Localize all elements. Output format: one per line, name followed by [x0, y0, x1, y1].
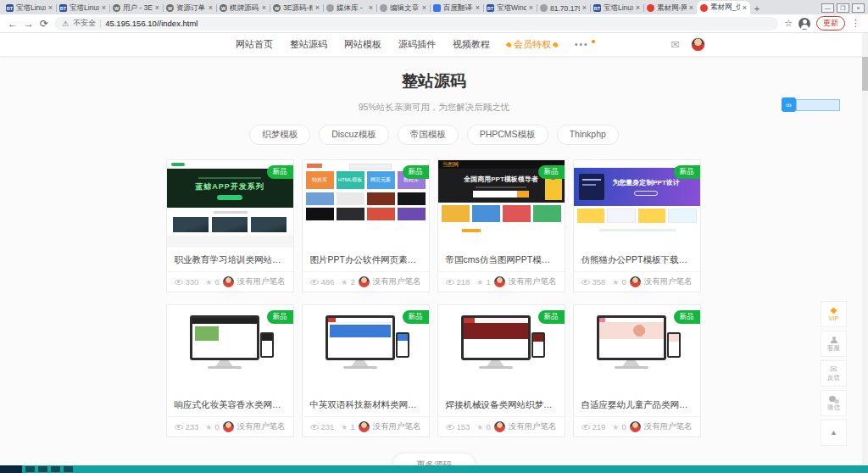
template-title[interactable]: 焊接机械设备类网站织梦模板(带手机	[438, 392, 565, 416]
card-footer: 153 ★ 0 没有用户笔名	[438, 416, 565, 437]
tab-media-library[interactable]: 媒体库 - ×	[323, 2, 376, 14]
tab-close-icon[interactable]: ×	[48, 4, 53, 12]
tab-baota-windows[interactable]: BT 宝塔Wind ×	[483, 2, 537, 14]
sidebar-vip-button[interactable]: ◆ VIP	[821, 301, 847, 327]
tab-close-icon[interactable]: ×	[209, 4, 213, 12]
sidebar-feedback-button[interactable]: ✉ 反馈	[821, 360, 847, 387]
template-title[interactable]: 职业教育学习培训类网站模板（带手	[167, 248, 293, 271]
tab-baota-linux-2[interactable]: BT 宝塔Linux ×	[56, 2, 109, 14]
tab-close-icon[interactable]: ×	[476, 4, 480, 12]
tab-close-icon[interactable]: ×	[636, 4, 640, 12]
tab-sucai-site[interactable]: 素材网-网 ×	[643, 2, 697, 14]
tab-close-icon[interactable]: ×	[102, 4, 106, 12]
tab-close-icon[interactable]: ×	[262, 4, 266, 12]
template-title[interactable]: 仿熊猫办公PPT模板下载站（带会员、	[574, 248, 700, 271]
browser-menu-icon[interactable]: ⋮	[851, 19, 860, 28]
scrollbar-thumb[interactable]	[862, 57, 868, 91]
baota-favicon: BT	[6, 4, 14, 12]
taskbar-app-icon[interactable]	[38, 466, 47, 472]
tab-close-icon[interactable]: ×	[582, 4, 587, 12]
template-card[interactable]: 新品 自适应婴幼儿童产品类网站织梦模板 219 ★ 0	[573, 304, 701, 437]
template-card[interactable]: 新品 特效库 HTML模板 网页元素 教程库 图片PPT办公软件网页素材下载站平…	[302, 159, 430, 292]
nav-home[interactable]: 网站首页	[236, 38, 273, 51]
restore-button[interactable]: ❐	[837, 3, 849, 13]
tab-3e-source[interactable]: W 3E源码-精 ×	[270, 2, 323, 14]
tab-edit-article[interactable]: 编辑文章 ×	[376, 2, 430, 14]
close-window-button[interactable]: ×	[852, 3, 865, 13]
card-author: 没有用户笔名	[630, 421, 693, 432]
template-card[interactable]: 新品 蓝鲸APP开发系列 职业教育学习培训类网站模板（带手 330	[166, 159, 294, 292]
template-card[interactable]: 新品 为您量身定制PPT设计 仿熊猫办公PPT模板下载站（带会员、	[573, 159, 701, 292]
tab-resource-orders[interactable]: W 资源订单 - ×	[163, 2, 216, 14]
template-card[interactable]: 新品 当图网 全国商用PPT模板领导者 帝国cms仿当图网PPT模板下载网站源码	[437, 159, 565, 292]
tab-close-icon[interactable]: ×	[743, 4, 747, 12]
new-tab-button[interactable]: +	[750, 3, 764, 14]
tab-qipai-source[interactable]: W 棋牌源码- ×	[216, 2, 270, 14]
template-card[interactable]: 新品 中英双语科技新材料类网站织梦模板 231 ★ 1	[302, 304, 430, 437]
tab-close-icon[interactable]: ×	[315, 4, 320, 12]
template-title[interactable]: 自适应婴幼儿童产品类网站织梦模板	[574, 392, 700, 416]
sidebar-customer-service-button[interactable]: 客服	[821, 331, 847, 357]
tab-close-icon[interactable]: ×	[422, 4, 426, 12]
start-button[interactable]	[0, 465, 22, 473]
author-name: 没有用户笔名	[644, 421, 693, 432]
template-card[interactable]: 新品 响应式化妆美容香水类网站织梦模板 233 ★ 0	[166, 304, 294, 437]
tab-close-icon[interactable]: ×	[689, 4, 693, 12]
bookmark-star-icon[interactable]: ☆	[784, 18, 793, 29]
sidebar-wechat-button[interactable]: 微信	[821, 390, 847, 416]
nav-full-site-source[interactable]: 整站源码	[290, 38, 327, 51]
tab-label: 宝塔Linux	[604, 3, 633, 14]
taskbar-app-icon[interactable]	[25, 466, 35, 472]
back-icon[interactable]: ←	[8, 19, 18, 29]
tab-close-icon[interactable]: ×	[529, 4, 533, 12]
tab-baidu-translate[interactable]: 百度翻译-2 ×	[430, 2, 483, 14]
new-badge: 新品	[403, 310, 429, 324]
forward-icon[interactable]: →	[24, 19, 34, 29]
filter-thinkphp[interactable]: Thinkphp	[557, 125, 619, 145]
tab-close-icon[interactable]: ×	[155, 4, 159, 12]
template-title[interactable]: 响应式化妆美容香水类网站织梦模板	[167, 392, 293, 416]
card-stats: 233 ★ 0	[175, 422, 220, 431]
load-more-container: 更多源码	[0, 453, 868, 465]
views-icon	[175, 425, 183, 430]
page-title: 整站源码	[0, 70, 868, 92]
nav-website-templates[interactable]: 网站模板	[344, 38, 381, 51]
globe-favicon	[380, 4, 387, 12]
tab-user-3e[interactable]: W 用户 - 3E ×	[109, 2, 163, 14]
chrome-update-button[interactable]: 更新	[816, 16, 845, 31]
filter-dedecms[interactable]: 织梦模板	[249, 125, 310, 145]
thumb-site-logo: 当图网	[442, 161, 459, 169]
card-footer: 231 ★ 1 没有用户笔名	[303, 416, 429, 437]
nav-video-tutorials[interactable]: 视频教程	[453, 38, 490, 51]
mail-icon[interactable]: ✉	[670, 38, 680, 51]
template-title[interactable]: 图片PPT办公软件网页素材下载站平台	[303, 248, 429, 271]
filter-discuz[interactable]: Discuz模板	[319, 125, 389, 145]
sidebar-back-to-top-button[interactable]: ▲	[821, 420, 847, 446]
sucai-favicon	[647, 4, 654, 12]
tab-close-icon[interactable]: ×	[369, 4, 373, 12]
minimize-button[interactable]: —	[821, 3, 834, 13]
nav-more-menu[interactable]: •••	[575, 40, 595, 49]
tab-baota-linux-3[interactable]: BT 宝塔Linux ×	[590, 2, 643, 14]
filter-phpcms[interactable]: PHPCMS模板	[467, 125, 548, 145]
taskbar-app-icon[interactable]	[64, 466, 73, 472]
user-avatar[interactable]	[691, 37, 705, 52]
tab-label: 用户 - 3E	[123, 3, 153, 14]
reload-icon[interactable]: ⟳	[40, 19, 48, 29]
nav-source-plugins[interactable]: 源码插件	[398, 38, 436, 51]
template-title[interactable]: 中英双语科技新材料类网站织梦模板	[303, 392, 429, 416]
taskbar-app-icon[interactable]	[51, 466, 60, 472]
more-source-button[interactable]: 更多源码	[392, 453, 476, 465]
nav-vip-privileges[interactable]: 会员特权	[507, 38, 558, 51]
browser-profile-icon[interactable]	[798, 18, 810, 30]
filter-empirecms[interactable]: 帝国模板	[398, 125, 459, 145]
template-title[interactable]: 帝国cms仿当图网PPT模板下载网站源码	[438, 248, 565, 271]
tab-baota-linux-1[interactable]: BT 宝塔Linux ×	[3, 2, 56, 14]
netdisk-extension-widget[interactable]: ∞	[782, 97, 840, 112]
tab-sucai-active[interactable]: 素材网_优 ×	[697, 1, 750, 14]
card-stats: 358 ★ 0	[581, 277, 626, 287]
star-count: 0	[486, 422, 490, 431]
template-card[interactable]: 新品 焊接机械设备类网站织梦模板(带手机 153 ★ 0	[437, 304, 565, 437]
tab-ip-address[interactable]: 81.70.179 ×	[537, 2, 590, 14]
address-bar[interactable]: ⚠ 不安全 45.195.156.10//index.html	[54, 17, 778, 31]
